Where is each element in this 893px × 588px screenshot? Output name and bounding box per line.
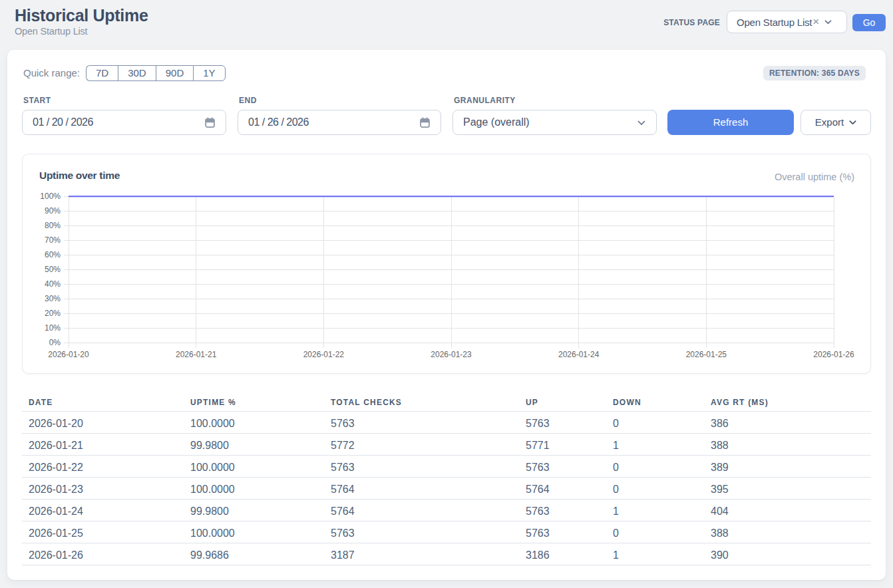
svg-text:20%: 20% [45, 309, 61, 318]
svg-text:2026-01-24: 2026-01-24 [558, 350, 600, 359]
svg-text:50%: 50% [45, 265, 61, 274]
svg-text:2026-01-25: 2026-01-25 [686, 350, 727, 359]
svg-text:60%: 60% [45, 250, 61, 259]
svg-text:2026-01-20: 2026-01-20 [48, 350, 89, 359]
svg-text:100%: 100% [40, 192, 61, 201]
svg-text:40%: 40% [45, 279, 61, 289]
svg-text:70%: 70% [45, 235, 61, 245]
svg-text:2026-01-23: 2026-01-23 [431, 350, 472, 359]
svg-text:90%: 90% [45, 206, 61, 216]
svg-text:30%: 30% [45, 294, 61, 303]
svg-text:0%: 0% [49, 338, 61, 347]
svg-text:2026-01-21: 2026-01-21 [176, 350, 217, 359]
svg-text:2026-01-22: 2026-01-22 [303, 350, 345, 359]
svg-text:80%: 80% [45, 221, 61, 230]
svg-text:2026-01-26: 2026-01-26 [813, 350, 854, 359]
svg-text:10%: 10% [45, 323, 61, 333]
